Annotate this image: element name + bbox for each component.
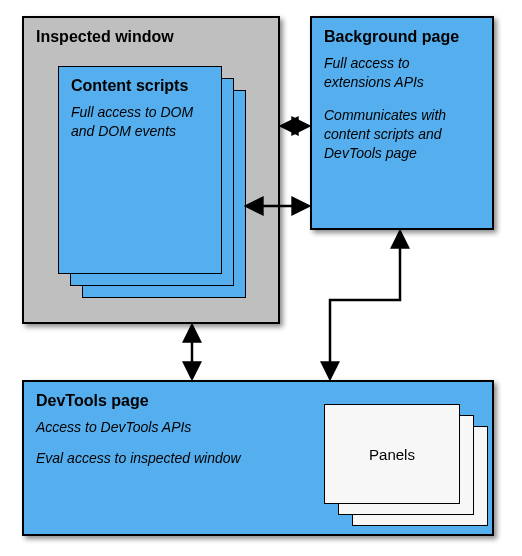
background-page-desc1: Full access to extensions APIs: [324, 54, 474, 92]
content-scripts-desc: Full access to DOM and DOM events: [71, 103, 201, 141]
arrow-background-devtools: [330, 232, 400, 378]
diagram-stage: Inspected window Content scripts Full ac…: [0, 0, 522, 556]
panels-label: Panels: [325, 446, 459, 463]
inspected-window-box: Inspected window Content scripts Full ac…: [22, 16, 280, 324]
panels-stack: Panels: [324, 404, 496, 532]
background-page-box: Background page Full access to extension…: [310, 16, 494, 230]
panels-card-front: Panels: [324, 404, 460, 504]
content-scripts-card-front: Content scripts Full access to DOM and D…: [58, 66, 222, 274]
inspected-window-title: Inspected window: [36, 28, 266, 46]
content-scripts-stack: Content scripts Full access to DOM and D…: [58, 66, 244, 298]
background-page-title: Background page: [324, 28, 480, 46]
content-scripts-title: Content scripts: [71, 77, 209, 95]
devtools-page-box: DevTools page Access to DevTools APIs Ev…: [22, 380, 494, 536]
background-page-desc2: Communicates with content scripts and De…: [324, 106, 480, 163]
